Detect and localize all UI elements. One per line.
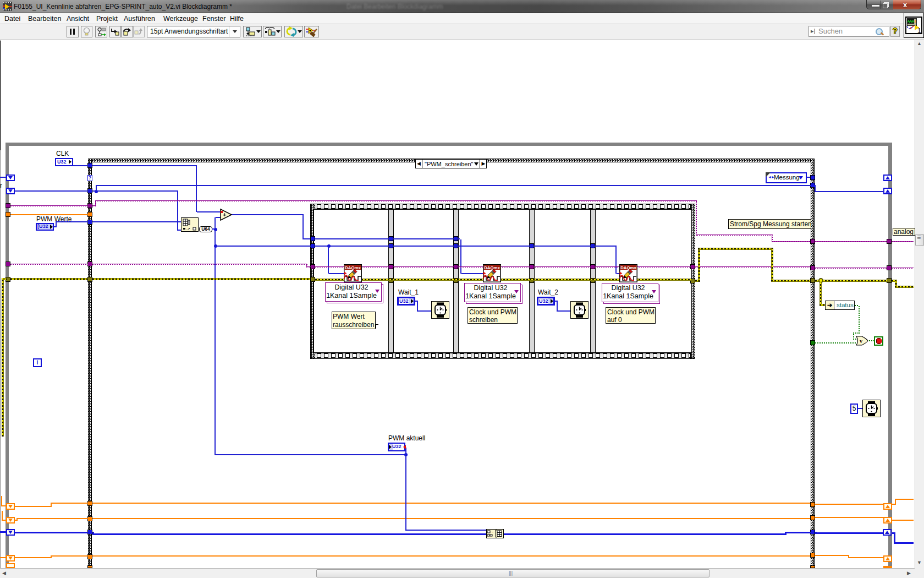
svg-text:+: +: [223, 211, 226, 218]
svg-text:v: v: [860, 338, 862, 344]
svg-text:DAQmx: DAQmx: [345, 265, 361, 270]
svg-text:DAQmx: DAQmx: [620, 265, 636, 270]
svg-text:.↗: .↗: [186, 227, 190, 231]
svg-text:→: →: [491, 530, 494, 533]
svg-text:DAQmx: DAQmx: [484, 265, 500, 270]
